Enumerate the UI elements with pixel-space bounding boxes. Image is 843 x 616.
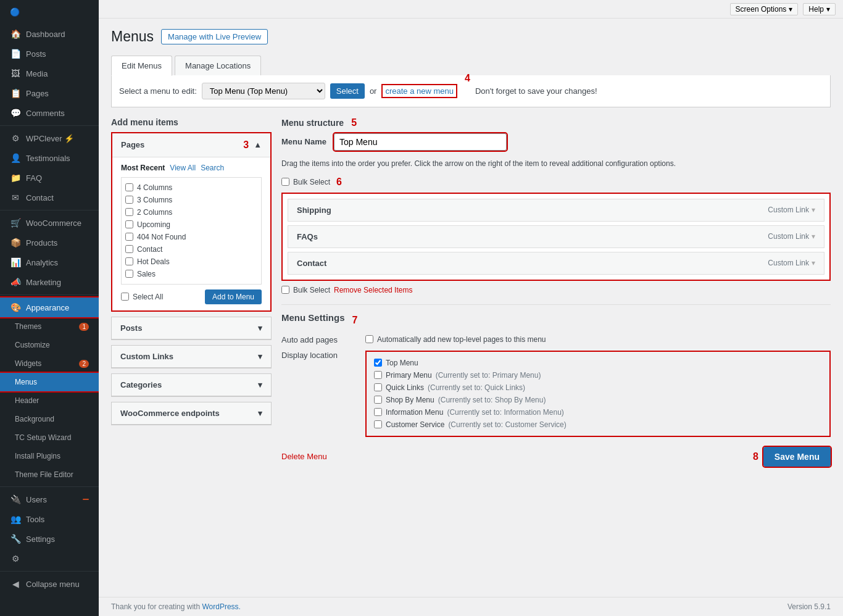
add-to-menu-button[interactable]: Add to Menu [205, 289, 262, 304]
menu-item-contact[interactable]: Contact Custom Link ▾ [288, 252, 824, 275]
sidebar-item-faq[interactable]: 📁 FAQ [0, 168, 99, 188]
loc-note-information-menu: (Currently set to: Information Menu) [447, 408, 563, 417]
screen-options-button[interactable]: Screen Options ▾ [730, 3, 799, 15]
sidebar-item-woocommerce[interactable]: 🛒 WooCommerce [0, 213, 99, 233]
sidebar-item-dashboard[interactable]: 🏠 Dashboard [0, 24, 99, 44]
remove-selected-link[interactable]: Remove Selected Items [334, 286, 412, 294]
subtab-search[interactable]: Search [201, 164, 224, 172]
sidebar-item-pages[interactable]: 📋 Pages [0, 83, 99, 103]
page-checkbox-4col[interactable] [125, 183, 133, 191]
sidebar-item-contact[interactable]: ✉ Contact [0, 188, 99, 207]
display-location-row: Display location Top Menu Primary Menu [281, 351, 831, 437]
loc-item-shop-by-menu: Shop By Menu (Currently set to: Shop By … [374, 394, 822, 406]
live-preview-button[interactable]: Manage with Live Preview [161, 29, 268, 44]
loc-item-top-menu: Top Menu [374, 357, 822, 369]
settings-icon: ⚙ [10, 554, 21, 564]
topbar: Screen Options ▾ Help ▾ [99, 0, 843, 19]
widgets-badge: 2 [79, 360, 89, 368]
pages-accordion-header[interactable]: Pages 3 ▲ [112, 133, 270, 157]
page-checkbox-2col[interactable] [125, 208, 133, 216]
subtab-most-recent[interactable]: Most Recent [121, 164, 165, 172]
auto-add-checkbox-label: Automatically add new top-level pages to… [365, 335, 831, 344]
sidebar-divider-4 [0, 486, 99, 487]
appearance-icon: 🎨 [10, 302, 21, 312]
sidebar-item-background[interactable]: Background [0, 410, 99, 428]
shipping-expand-icon[interactable]: ▾ [812, 206, 815, 214]
sidebar-item-posts[interactable]: 📄 Posts [0, 44, 99, 64]
bulk-select-top: Bulk Select 6 [281, 177, 831, 188]
select-menu-label: Select a menu to edit: [119, 86, 197, 96]
delete-menu-link[interactable]: Delete Menu [281, 452, 327, 461]
posts-accordion-header[interactable]: Posts ▾ [112, 317, 271, 339]
sidebar-item-analytics[interactable]: 📊 Analytics [0, 252, 99, 272]
sidebar-item-tc-setup[interactable]: TC Setup Wizard [0, 428, 99, 447]
sidebar-item-tools[interactable]: 🔧 Settings [0, 529, 99, 549]
menu-item-faqs[interactable]: FAQs Custom Link ▾ [288, 225, 824, 248]
page-title: Menus [111, 28, 154, 46]
bulk-select-checkbox-top[interactable] [281, 178, 289, 186]
faqs-expand-icon[interactable]: ▾ [812, 232, 815, 241]
custom-links-accordion-header[interactable]: Custom Links ▾ [112, 346, 271, 368]
loc-checkbox-shop-by-menu[interactable] [374, 396, 382, 404]
pages-accordion-body: Most Recent View All Search 4 Columns 3 … [112, 157, 270, 310]
subtab-view-all[interactable]: View All [170, 164, 196, 172]
select-all-checkbox[interactable] [121, 293, 129, 301]
annotation-7: 7 [352, 315, 358, 326]
menu-item-shipping[interactable]: Shipping Custom Link ▾ [288, 199, 824, 222]
sidebar-item-products[interactable]: 📦 Products [0, 233, 99, 252]
menu-name-input[interactable] [334, 133, 507, 151]
sidebar-item-widgets[interactable]: Widgets 2 [0, 354, 99, 373]
page-label: Contact [137, 245, 162, 254]
sidebar-item-users[interactable]: 👥 Tools [0, 509, 99, 529]
annotation-5: 5 [351, 117, 357, 128]
posts-icon: 📄 [10, 49, 21, 59]
loc-label-quick-links: Quick Links [386, 383, 424, 392]
sidebar-item-install-plugins[interactable]: Install Plugins [0, 447, 99, 465]
loc-checkbox-customer-service[interactable] [374, 420, 382, 428]
categories-accordion-header[interactable]: Categories ▾ [112, 374, 271, 396]
help-button[interactable]: Help ▾ [803, 3, 836, 15]
sidebar-item-header[interactable]: Header [0, 391, 99, 410]
sidebar-item-comments[interactable]: 💬 Comments [0, 103, 99, 123]
sidebar-item-theme-editor[interactable]: Theme File Editor [0, 465, 99, 484]
sidebar-item-marketing[interactable]: 📣 Marketing [0, 272, 99, 292]
page-checkbox-404[interactable] [125, 233, 133, 241]
sidebar-item-appearance[interactable]: 🎨 Appearance [0, 298, 99, 317]
pages-chevron-icon: ▲ [254, 140, 262, 149]
page-checkbox-contact[interactable] [125, 245, 133, 253]
auto-add-checkbox[interactable] [365, 335, 373, 343]
contact-expand-icon[interactable]: ▾ [812, 259, 815, 267]
sidebar-item-testimonials[interactable]: 👤 Testimonials [0, 148, 99, 168]
page-checkbox-hot-deals[interactable] [125, 257, 133, 265]
menu-select-dropdown[interactable]: Top Menu (Top Menu) [202, 83, 325, 99]
create-new-menu-link[interactable]: create a new menu [381, 84, 457, 98]
sidebar-item-collapse[interactable]: ◀ Collapse menu [0, 574, 99, 594]
sidebar-item-settings[interactable]: ⚙ [0, 549, 99, 568]
tab-edit-menus[interactable]: Edit Menus [111, 56, 172, 76]
loc-checkbox-primary-menu[interactable] [374, 371, 382, 379]
page-label: 2 Columns [137, 208, 172, 217]
sidebar-item-wpclever[interactable]: ⚙ WPClever ⚡ [0, 128, 99, 148]
tab-manage-locations[interactable]: Manage Locations [175, 56, 261, 75]
sidebar-item-customize[interactable]: Customize [0, 336, 99, 354]
save-menu-button[interactable]: Save Menu [763, 447, 831, 467]
page-checkbox-sales[interactable] [125, 270, 133, 278]
bulk-select-checkbox-bottom[interactable] [281, 286, 289, 294]
loc-checkbox-top-menu[interactable] [374, 359, 382, 367]
page-checkbox-upcoming[interactable] [125, 220, 133, 228]
loc-checkbox-information-menu[interactable] [374, 408, 382, 416]
page-checkbox-3col[interactable] [125, 196, 133, 204]
loc-checkbox-quick-links[interactable] [374, 383, 382, 391]
footer-wordpress-link[interactable]: WordPress. [202, 602, 240, 611]
annotation-4: 4 [465, 73, 470, 84]
sidebar-item-menus[interactable]: Menus [0, 373, 99, 391]
woocommerce-endpoints-accordion-header[interactable]: WooCommerce endpoints ▾ [112, 402, 271, 425]
select-menu-button[interactable]: Select [330, 83, 365, 99]
sidebar-item-media[interactable]: 🖼 Media [0, 64, 99, 83]
sidebar-item-label: FAQ [26, 173, 42, 183]
faqs-label: FAQs [297, 232, 318, 241]
loc-label-shop-by-menu: Shop By Menu [386, 396, 434, 404]
sidebar-item-plugins[interactable]: 🔌 Users [0, 489, 99, 509]
contact-label: Contact [297, 259, 326, 268]
sidebar-item-themes[interactable]: Themes 1 [0, 317, 99, 336]
